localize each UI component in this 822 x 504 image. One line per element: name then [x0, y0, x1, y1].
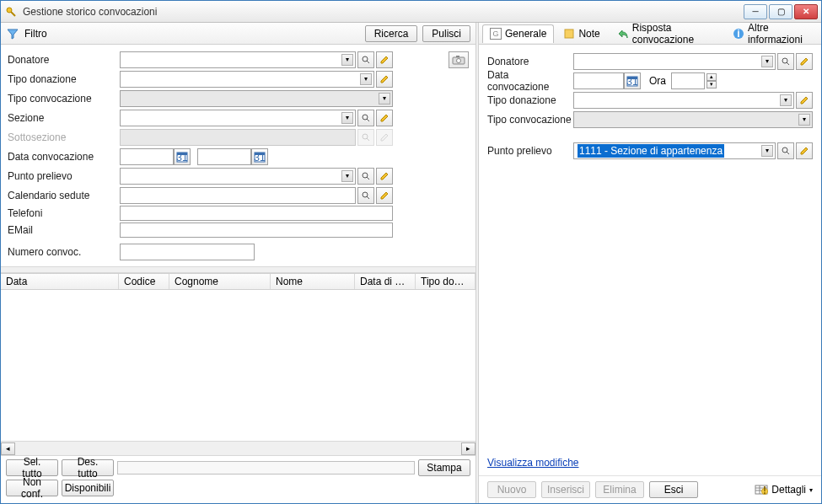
calendar-from-icon[interactable]: 31: [174, 148, 191, 165]
inserisci-button: Inserisci: [541, 481, 590, 498]
ora-up-icon[interactable]: ▴: [706, 73, 717, 81]
lbl-telefoni: Telefoni: [8, 207, 120, 219]
camera-icon[interactable]: [449, 51, 469, 68]
funnel-icon: [6, 27, 19, 40]
filter-form: Donatore ▾ Tipo donazione ▾ Tipo convoca…: [1, 45, 475, 266]
sel-tutto-button[interactable]: Sel. tutto: [6, 459, 58, 476]
left-panel: Filtro Ricerca Pulisci Donatore ▾ Tipo d…: [1, 23, 475, 503]
col-codice[interactable]: Codice: [119, 274, 169, 289]
sezione-edit-icon[interactable]: [376, 110, 393, 126]
detail-form: Donatore ▾ Data convocazione 31 Ora ▴▾ T…: [479, 45, 821, 167]
svg-text:31: 31: [176, 152, 188, 163]
lbl-d-tipo-conv: Tipo convocazione: [487, 114, 573, 126]
sezione-search-icon[interactable]: [357, 110, 374, 126]
col-data[interactable]: Data: [1, 274, 119, 289]
d-donatore-combo[interactable]: ▾: [573, 53, 776, 70]
sottosezione-edit-icon: [376, 129, 393, 146]
ora-down-icon[interactable]: ▾: [706, 81, 717, 88]
svg-text:!: !: [763, 485, 766, 496]
punto-prelievo-search-icon[interactable]: [357, 168, 374, 185]
d-punto-prelievo-combo[interactable]: 1111 - Sezione di appartenenza ▾: [573, 142, 776, 159]
titlebar: Gestione storico convocazioni ─ ▢ ✕: [1, 1, 821, 23]
lbl-tipo-donazione: Tipo donazione: [8, 73, 120, 85]
disponibili-button[interactable]: Disponibili: [62, 480, 114, 496]
reply-icon: [617, 28, 629, 40]
calendario-edit-icon[interactable]: [376, 187, 393, 204]
calendar-to-icon[interactable]: 31: [251, 148, 268, 165]
col-cognome[interactable]: Cognome: [169, 274, 271, 289]
filter-bar: Filtro Ricerca Pulisci: [1, 23, 475, 45]
svg-point-3: [457, 58, 461, 62]
tab-generale[interactable]: G Generale: [482, 24, 554, 43]
d-tipo-donazione-edit-icon[interactable]: [796, 92, 813, 109]
svg-text:31: 31: [254, 152, 266, 163]
grid-hscroll[interactable]: ◂ ▸: [1, 441, 475, 455]
esci-button[interactable]: Esci: [649, 481, 698, 498]
d-tipo-donazione-combo[interactable]: ▾: [573, 92, 794, 109]
d-donatore-search-icon[interactable]: [777, 53, 794, 70]
nuovo-button: Nuovo: [487, 481, 536, 498]
maximize-button[interactable]: ▢: [769, 4, 792, 19]
sezione-combo[interactable]: ▾: [120, 110, 356, 126]
telefoni-input[interactable]: [120, 206, 393, 221]
data-conv-to[interactable]: [197, 148, 251, 165]
data-conv-from[interactable]: [120, 148, 174, 165]
tab-altre[interactable]: i Altre informazioni: [725, 24, 818, 43]
col-tipo-donazione[interactable]: Tipo donazione: [416, 274, 475, 289]
lbl-calendario: Calendario sedute: [8, 190, 120, 201]
tab-note[interactable]: Note: [556, 24, 607, 43]
donatore-combo[interactable]: ▾: [120, 51, 356, 68]
dettagli-arrow-icon: ▾: [809, 486, 813, 494]
horizontal-splitter[interactable]: [1, 266, 475, 273]
close-button[interactable]: ✕: [794, 4, 818, 19]
lbl-email: EMail: [8, 224, 120, 236]
lbl-donatore: Donatore: [8, 54, 120, 66]
donatore-search-icon[interactable]: [357, 51, 374, 68]
punto-prelievo-combo[interactable]: ▾: [120, 168, 356, 185]
d-donatore-edit-icon[interactable]: [796, 53, 813, 70]
d-calendar-icon[interactable]: 31: [624, 72, 641, 89]
email-input[interactable]: [120, 223, 393, 238]
lbl-d-data-conv: Data convocazione: [487, 69, 573, 93]
lbl-sottosezione: Sottosezione: [8, 131, 120, 143]
detail-footer: Nuovo Inserisci Elimina Esci ! Dettagli …: [479, 475, 821, 503]
col-nome[interactable]: Nome: [271, 274, 355, 289]
tipo-donazione-edit-icon[interactable]: [376, 71, 393, 88]
tipo-convocazione-combo[interactable]: ▾: [120, 90, 393, 107]
svg-text:i: i: [737, 28, 739, 40]
body: Filtro Ricerca Pulisci Donatore ▾ Tipo d…: [1, 23, 821, 503]
col-data-na[interactable]: Data di na...: [355, 274, 416, 289]
minimize-button[interactable]: ─: [744, 4, 767, 19]
non-conf-button[interactable]: Non conf.: [6, 480, 58, 496]
ricerca-button[interactable]: Ricerca: [365, 25, 418, 42]
dettagli-toggle[interactable]: ! Dettagli ▾: [755, 484, 813, 496]
numero-convoc-input[interactable]: [120, 244, 255, 260]
tipo-donazione-combo[interactable]: ▾: [120, 71, 374, 88]
calendario-search-icon[interactable]: [357, 187, 374, 204]
punto-prelievo-edit-icon[interactable]: [376, 168, 393, 185]
d-tipo-conv-combo[interactable]: ▾: [573, 111, 813, 128]
visualizza-modifiche-link[interactable]: Visualizza modifiche: [479, 450, 821, 475]
d-punto-prelievo-value: 1111 - Sezione di appartenenza: [578, 144, 724, 158]
app-icon: [4, 5, 18, 19]
des-tutto-button[interactable]: Des. tutto: [62, 459, 114, 476]
scroll-right-icon[interactable]: ▸: [461, 442, 475, 455]
stampa-button[interactable]: Stampa: [418, 459, 470, 476]
ora-stepper[interactable]: ▴▾: [706, 73, 717, 88]
d-punto-search-icon[interactable]: [777, 142, 794, 159]
svg-rect-4: [456, 56, 459, 57]
d-data-conv-input[interactable]: [573, 72, 624, 89]
scroll-left-icon[interactable]: ◂: [1, 442, 15, 455]
grid-header: Data Codice Cognome Nome Data di na... T…: [1, 273, 475, 290]
dettagli-label: Dettagli: [771, 484, 806, 496]
progress-bar: [117, 461, 415, 475]
d-punto-edit-icon[interactable]: [796, 142, 813, 159]
grid-body[interactable]: [1, 290, 475, 441]
svg-rect-15: [565, 29, 573, 38]
donatore-edit-icon[interactable]: [376, 51, 393, 68]
calendario-input[interactable]: [120, 187, 356, 204]
pulisci-button[interactable]: Pulisci: [422, 25, 470, 42]
svg-text:31: 31: [626, 76, 638, 87]
tab-risposta[interactable]: Risposta convocazione: [610, 24, 723, 43]
d-ora-input[interactable]: [671, 72, 705, 89]
